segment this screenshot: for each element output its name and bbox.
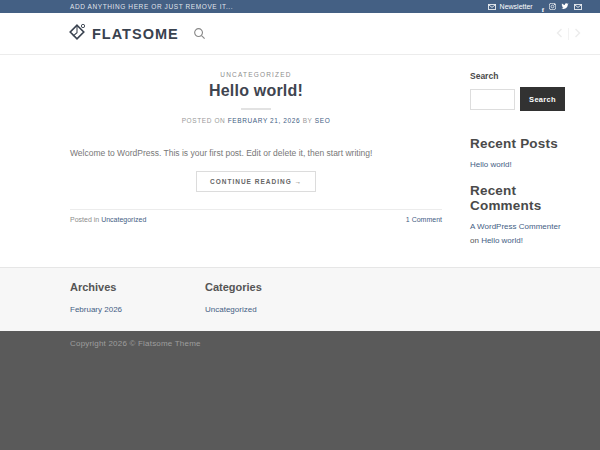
post-meta: POSTED ON FEBRUARY 21, 2026 BY SEO <box>70 117 442 124</box>
archives-title: Archives <box>70 281 205 293</box>
newsletter-label: Newsletter <box>500 3 533 10</box>
site-header: FLATSOME <box>0 13 600 55</box>
nav-divider <box>568 28 569 40</box>
continue-reading-button[interactable]: CONTINUE READING → <box>196 171 316 192</box>
newsletter-envelope-icon <box>488 4 496 10</box>
email-icon[interactable] <box>574 4 582 10</box>
footer-widgets: Archives February 2026 Categories Uncate… <box>0 267 600 331</box>
absolute-footer: Copyright 2026 © Flatsome Theme <box>0 331 600 450</box>
posted-on-label: POSTED ON <box>182 117 226 124</box>
recent-post-link[interactable]: Hello world! <box>470 160 565 169</box>
post-excerpt: Welcome to WordPress. This is your first… <box>70 147 442 160</box>
post-title: Hello world! <box>70 82 442 100</box>
newsletter-link[interactable]: Newsletter <box>488 3 533 10</box>
comment-connector: on <box>470 236 481 245</box>
recent-comment-entry: A WordPress Commenter on Hello world! <box>470 220 565 249</box>
archive-month-link[interactable]: February 2026 <box>70 305 122 314</box>
twitter-icon[interactable] <box>561 3 569 10</box>
search-widget-label: Search <box>470 71 565 81</box>
comment-post-link[interactable]: Hello world! <box>481 236 523 245</box>
categories-title: Categories <box>205 281 340 293</box>
topbar-message: ADD ANYTHING HERE OR JUST REMOVE IT... <box>70 3 233 10</box>
next-arrow-icon[interactable] <box>573 25 582 43</box>
posted-in-label: Posted in <box>70 216 99 223</box>
categories-widget: Categories Uncategorized <box>205 281 340 331</box>
instagram-icon[interactable] <box>549 3 556 10</box>
copyright-text: Copyright 2026 © Flatsome Theme <box>70 339 600 348</box>
post-category-link[interactable]: UNCATEGORIZED <box>220 71 291 78</box>
post-category-label: UNCATEGORIZED <box>70 71 442 78</box>
site-logo[interactable]: FLATSOME <box>68 23 179 45</box>
top-bar: ADD ANYTHING HERE OR JUST REMOVE IT... N… <box>0 0 600 13</box>
recent-posts-title: Recent Posts <box>470 136 565 151</box>
by-label: BY <box>303 117 313 124</box>
prev-arrow-icon[interactable] <box>555 25 564 43</box>
post-footer-meta: Posted in Uncategorized 1 Comment <box>70 209 442 223</box>
recent-comments-title: Recent Comments <box>470 183 565 213</box>
comment-author-link[interactable]: A WordPress Commenter <box>470 222 561 231</box>
title-divider <box>241 108 271 110</box>
posted-in-category-link[interactable]: Uncategorized <box>101 216 146 223</box>
search-icon[interactable] <box>193 27 206 40</box>
blog-post: UNCATEGORIZED Hello world! POSTED ON FEB… <box>70 71 442 267</box>
sidebar: Search Search Recent Posts Hello world! … <box>470 71 565 267</box>
flatsome-diamond-logo-icon <box>68 23 86 45</box>
post-title-link[interactable]: Hello world! <box>209 82 303 99</box>
search-input[interactable] <box>470 89 515 110</box>
comments-count-link[interactable]: 1 Comment <box>406 216 442 223</box>
archives-widget: Archives February 2026 <box>70 281 205 331</box>
post-author-link[interactable]: SEO <box>315 117 331 124</box>
search-submit-button[interactable]: Search <box>520 87 565 111</box>
main-content-area: UNCATEGORIZED Hello world! POSTED ON FEB… <box>0 55 600 267</box>
logo-text: FLATSOME <box>92 26 179 42</box>
post-date-link[interactable]: FEBRUARY 21, 2026 <box>228 117 300 124</box>
category-link[interactable]: Uncategorized <box>205 305 257 314</box>
